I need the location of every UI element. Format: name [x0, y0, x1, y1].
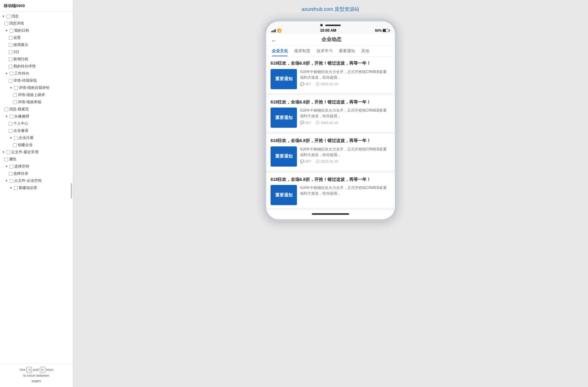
sidebar-item-perf-review[interactable]: 详情-绩效审核: [0, 99, 73, 106]
sidebar-item-avatar-slide[interactable]: ▼ 头像侧滑: [0, 113, 73, 120]
sidebar-item-messages[interactable]: ▼ 消息: [0, 13, 73, 20]
news-comments-2: 💬 267: [300, 121, 311, 125]
page-icon: [10, 72, 13, 76]
phone-camera: [320, 24, 323, 26]
news-thumb-2: 重要通知: [271, 108, 297, 128]
item-label: 属性: [9, 157, 16, 162]
sidebar-title: 移动端0909: [0, 0, 73, 12]
page-icon: [9, 129, 12, 133]
news-item-4[interactable]: 618狂欢，全场6.8折，开抢！错过这波，再等一年！ 重要通知 618年中购物狂…: [266, 173, 395, 208]
sidebar-item-my-schedule[interactable]: ▼ 我的日程: [0, 27, 73, 34]
sidebar-item-personal-center[interactable]: 个人中心: [0, 120, 73, 127]
news-meta-1: 💬 267 🕐 2022-01-19: [300, 82, 390, 86]
sidebar-item-new-schedule[interactable]: 新增日程: [0, 56, 73, 63]
sidebar-item-work-todo[interactable]: ▼ 工作待办: [0, 70, 73, 77]
tab-regulations[interactable]: 规章制度: [291, 46, 313, 56]
item-label: 3日: [13, 49, 19, 55]
footer-pages-text: pages: [32, 379, 41, 383]
sidebar-item-self-eval[interactable]: ▼ 详情-绩效自我评价: [0, 84, 73, 91]
sidebar-item-approval[interactable]: 详情-待我审批: [0, 77, 73, 84]
tab-label: 其他: [361, 48, 369, 53]
item-label: 我的待办详情: [13, 64, 36, 69]
page-icon: [9, 122, 12, 126]
news-item-3[interactable]: 618狂欢，全场6.8折，开抢！错过这波，再等一年！ 重要通知 618年中购物狂…: [266, 134, 395, 170]
sidebar-tree: ▼ 消息 消息详情 ▼ 我的日程 设置 按周展示 3日 新增日程: [0, 12, 73, 363]
page-icon: [9, 50, 12, 54]
comment-count-2: 267: [305, 121, 311, 125]
date-text-3: 2022-01-19: [321, 159, 338, 163]
item-label: 按周展示: [13, 42, 28, 48]
sidebar-item-superior-eval[interactable]: 详情-绩效上级评: [0, 91, 73, 99]
footer-use-text: Use: [20, 368, 26, 371]
news-thumb-label-2: 重要通知: [275, 115, 293, 121]
page-icon: [9, 58, 12, 61]
sidebar-item-properties[interactable]: 属性: [0, 156, 73, 163]
sidebar: 移动端0909 ▼ 消息 消息详情 ▼ 我的日程 设置 按周展示 3日: [0, 0, 73, 387]
news-date-2: 🕐 2022-01-19: [315, 121, 338, 125]
sidebar-item-msg-search[interactable]: 消息-搜索页: [0, 106, 73, 113]
back-button[interactable]: ←: [271, 38, 277, 44]
tab-label: 规章制度: [294, 48, 310, 53]
sidebar-item-message-detail[interactable]: 消息详情: [0, 20, 73, 27]
sidebar-item-new-kb[interactable]: ▼ 新建知识库: [0, 184, 73, 191]
news-date-1: 🕐 2022-01-19: [315, 82, 338, 86]
clock-icon-3: 🕐: [315, 159, 320, 164]
news-item-2[interactable]: 618狂欢，全场6.8折，开抢！错过这波，再等一年！ 重要通知 618年中购物狂…: [266, 95, 395, 132]
app-page-title: 企业动态: [280, 36, 390, 45]
main-content: axurehub.com 原型资源站 📶 10:00 AM: [73, 0, 588, 387]
news-thumb-4: 重要通知: [271, 185, 297, 205]
news-body-4: 重要通知 618年中购物狂欢火力全开，正式开抢啦CRMEB多重福利大放送，给你超…: [271, 185, 390, 205]
item-label: 企业注册: [19, 135, 34, 141]
page-icon: [4, 108, 8, 111]
status-left: 📶: [271, 29, 281, 33]
scrollbar-thumb[interactable]: [71, 183, 72, 199]
page-icon: [9, 43, 12, 47]
tab-important-notice[interactable]: 重要通知: [336, 46, 358, 56]
item-label: 选择空间: [14, 164, 29, 169]
tab-enterprise-culture[interactable]: 企业文化: [269, 46, 291, 56]
sidebar-item-todo-detail[interactable]: 我的待办详情: [0, 63, 73, 70]
sidebar-item-create-enterprise[interactable]: 创建企业: [0, 141, 73, 149]
wifi-icon: 📶: [277, 29, 281, 33]
sidebar-item-3day[interactable]: 3日: [0, 48, 73, 56]
tab-other[interactable]: 其他: [358, 46, 372, 56]
page-icon: [14, 186, 18, 190]
sidebar-item-enterprise-reg[interactable]: ▼ 企业注册: [0, 134, 73, 141]
expand-icon: ▼: [1, 150, 6, 154]
news-body-3: 重要通知 618年中购物狂欢火力全开，正式开抢啦CRMEB多重福利大放送，给你超…: [271, 146, 390, 167]
next-key-button[interactable]: ▷: [40, 367, 45, 373]
battery-fill: [383, 29, 386, 32]
news-body-2: 重要通知 618年中购物狂欢火力全开，正式开抢啦CRMEB多重福利大放送，给你超…: [271, 108, 390, 128]
app-tabs: 企业文化 规章制度 技术学习 重要通知 其他: [266, 46, 395, 57]
item-label: 详情-绩效自我评价: [19, 85, 50, 90]
app-nav: ← 企业动态: [266, 34, 395, 46]
sidebar-item-select-space[interactable]: ▼ 选择空间: [0, 163, 73, 170]
sidebar-item-cloud-enterprise[interactable]: ▼ 云文件-企业空间: [0, 177, 73, 184]
page-icon: [13, 93, 17, 97]
status-bar: 📶 10:00 AM 50%: [266, 28, 395, 34]
tab-tech-learning[interactable]: 技术学习: [313, 46, 336, 56]
page-icon: [14, 136, 18, 140]
prev-key-button[interactable]: ◁: [26, 367, 32, 373]
phone-bottom: [266, 210, 395, 219]
expand-icon: ▼: [9, 86, 13, 90]
news-body-1: 重要通知 618年中购物狂欢火力全开，正式开抢啦CRMEB多重福利大放送，给你超…: [271, 69, 390, 89]
page-icon: [9, 172, 12, 176]
comment-count-3: 267: [305, 159, 311, 163]
sidebar-item-enterprise-invite[interactable]: 企业邀请: [0, 127, 73, 134]
expand-icon: ▼: [4, 114, 9, 119]
item-label: 新增日程: [13, 57, 28, 62]
signal-bar-4: [275, 29, 276, 32]
news-item-1[interactable]: 618狂欢，全场6.8折，开抢！错过这波，再等一年！ 重要通知 618年中购物狂…: [266, 57, 395, 93]
news-right-2: 618年中购物狂欢火力全开，正式开抢啦CRMEB多重福利大放送，给你超摸... …: [300, 108, 390, 128]
page-icon: [14, 86, 18, 90]
news-right-1: 618年中购物狂欢火力全开，正式开抢啦CRMEB多重福利大放送，给你超摸... …: [300, 69, 390, 89]
signal-bar-2: [272, 30, 273, 32]
page-icon: [4, 158, 8, 161]
sidebar-item-select-dir[interactable]: 选择目录: [0, 170, 73, 177]
news-title-3: 618狂欢，全场6.8折，开抢！错过这波，再等一年！: [271, 138, 390, 144]
expand-icon: ▼: [4, 164, 9, 169]
sidebar-item-weekly[interactable]: 按周展示: [0, 41, 73, 48]
sidebar-item-cloud-recent[interactable]: ▼ 云文件-最近常用: [0, 149, 73, 156]
sidebar-item-settings[interactable]: 设置: [0, 34, 73, 41]
